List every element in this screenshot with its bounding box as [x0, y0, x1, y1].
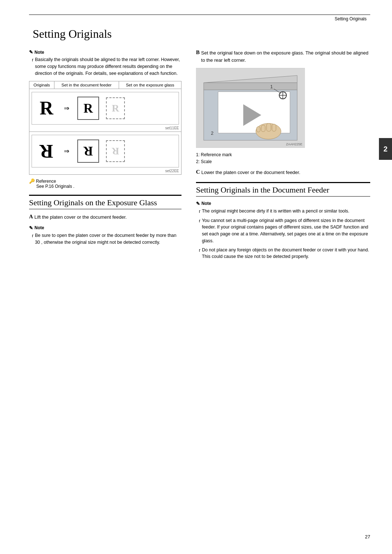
- page: Setting Originals Setting Originals ✎ No…: [0, 0, 392, 554]
- step-a-inline: A Lift the platen cover or the document …: [29, 214, 181, 221]
- note-icon-1: ✎: [29, 49, 33, 55]
- step-b-inline: B Set the original face down on the expo…: [196, 49, 370, 64]
- svg-rect-15: [257, 127, 260, 132]
- diagram-label-1: set11EE: [32, 126, 179, 130]
- svg-text:2: 2: [211, 130, 213, 136]
- reference-label-text: Reference: [36, 179, 56, 184]
- col-header-feeder: Set in the document feeder: [54, 81, 119, 89]
- step-b-text: Set the original face down on the exposu…: [201, 49, 370, 64]
- step-c-text: Lower the platen cover or the document f…: [201, 169, 300, 176]
- diagram-area-2: R ⇒ R: [32, 135, 179, 167]
- big-r-2: R: [40, 142, 53, 161]
- svg-marker-1: [204, 83, 297, 90]
- table-header-row: Originals Set in the document feeder Set…: [29, 81, 181, 89]
- chapter-number: 2: [383, 145, 387, 153]
- svg-rect-13: [272, 124, 276, 132]
- scanner-image-box: 1 2 ZAAH225E: [196, 68, 305, 148]
- step-a-letter: A: [29, 214, 33, 221]
- step-a-text: Lift the platen cover or the document fe…: [34, 214, 127, 221]
- chapter-tab: 2: [379, 138, 392, 160]
- dashed-box-1: R: [106, 97, 125, 119]
- note-icon-3: ✎: [196, 201, 200, 206]
- note-block-3: ✎ Note r The original might become dirty…: [196, 201, 370, 260]
- box-r-1: R: [77, 97, 99, 120]
- bullet-2: r: [32, 232, 33, 246]
- two-column-layout: ✎ Note r Basically the originals should …: [29, 49, 370, 264]
- arrow-2: ⇒: [64, 147, 69, 155]
- col-header-originals: Originals: [29, 81, 54, 89]
- left-column: ✎ Note r Basically the originals should …: [29, 49, 181, 264]
- caption-line-1: 1: Reference mark: [196, 151, 370, 158]
- section-heading-doc-feeder: Setting Originals in the Document Feeder: [196, 182, 370, 197]
- scanner-diagram-svg: 1 2: [196, 68, 305, 147]
- dashed-box-2: R: [106, 140, 125, 162]
- bullet-3c: r: [199, 247, 200, 260]
- reference-label: 🔑 Reference: [29, 178, 181, 184]
- top-rule: [29, 15, 370, 15]
- note-item-2: r Be sure to open the platen cover or th…: [32, 232, 181, 246]
- table-diagram-1: R ⇒ R: [29, 89, 181, 132]
- svg-rect-14: [261, 125, 265, 132]
- bullet-1: r: [32, 57, 33, 77]
- dashed-r-1: R: [112, 102, 119, 114]
- section-heading-exposure-glass: Setting Originals on the Exposure Glass: [29, 195, 181, 209]
- image-caption-1: 1: Reference mark 2: Scale: [196, 151, 370, 165]
- section-heading-text-doc-feeder: Setting Originals in the Document Feeder: [196, 185, 329, 194]
- diagram-label-2: set22EE: [32, 169, 179, 173]
- note-item-text-3c: Do not place any foreign objects on the …: [202, 247, 370, 260]
- note-item-3a: r The original might become dirty if it …: [199, 208, 370, 215]
- note-item-text-3a: The original might become dirty if it is…: [202, 208, 349, 215]
- note-label-text-2: Note: [34, 225, 44, 230]
- right-column: B Set the original face down on the expo…: [196, 49, 370, 264]
- note-item-text-1: Basically the originals should be aligne…: [35, 56, 181, 77]
- arrow-1: ⇒: [64, 104, 69, 112]
- note-label-text-3: Note: [201, 201, 211, 206]
- breadcrumb: Setting Originals: [29, 16, 370, 21]
- step-a-block: A Lift the platen cover or the document …: [29, 214, 181, 221]
- note-item-3b: r You cannot set a multi-page original w…: [199, 217, 370, 244]
- step-c-inline: C Lower the platen cover or the document…: [196, 169, 370, 176]
- step-b-letter: B: [196, 49, 200, 64]
- diagram-area-1: R ⇒ R: [32, 92, 179, 125]
- step-b-block: B Set the original face down on the expo…: [196, 49, 370, 64]
- big-r-1: R: [40, 99, 53, 118]
- bullet-3b: r: [199, 218, 200, 244]
- note-block-1: ✎ Note r Basically the originals should …: [29, 49, 181, 77]
- svg-rect-12: [267, 124, 271, 132]
- section-heading-text-exposure-glass: Setting Originals on the Exposure Glass: [29, 198, 157, 207]
- col-header-glass: Set on the exposure glass: [119, 81, 181, 89]
- note-item-text-2: Be sure to open the platen cover or the …: [35, 232, 181, 246]
- image-code: ZAAH225E: [286, 142, 302, 146]
- note-text-3: r The original might become dirty if it …: [196, 208, 370, 260]
- originals-table: Originals Set in the document feeder Set…: [29, 81, 181, 175]
- svg-text:1: 1: [270, 84, 273, 89]
- note-item-1: r Basically the originals should be alig…: [32, 56, 181, 77]
- reference-text: See P.16 Originals .: [29, 184, 181, 189]
- page-number: 27: [365, 534, 370, 539]
- caption-line-2: 2: Scale: [196, 158, 370, 165]
- note-text-2: r Be sure to open the platen cover or th…: [29, 232, 181, 246]
- note-item-3c: r Do not place any foreign objects on th…: [199, 247, 370, 260]
- box-r-letter-2: R: [83, 143, 93, 159]
- note-text-1: r Basically the originals should be alig…: [29, 56, 181, 77]
- table-row-2: R ⇒ R: [29, 132, 181, 175]
- note-label-1: ✎ Note: [29, 49, 181, 55]
- note-label-2: ✎ Note: [29, 225, 181, 231]
- box-r-2: R: [77, 139, 99, 163]
- table-row-1: R ⇒ R: [29, 89, 181, 132]
- step-c-block: C Lower the platen cover or the document…: [196, 169, 370, 176]
- note-label-3: ✎ Note: [196, 201, 370, 206]
- key-icon: 🔑: [29, 178, 35, 184]
- note-block-2: ✎ Note r Be sure to open the platen cove…: [29, 225, 181, 246]
- page-title: Setting Originals: [33, 27, 370, 41]
- bullet-3a: r: [199, 208, 200, 215]
- note-icon-2: ✎: [29, 225, 33, 231]
- reference-block: 🔑 Reference See P.16 Originals .: [29, 178, 181, 189]
- dashed-r-2: R: [112, 145, 119, 157]
- step-c-letter: C: [196, 169, 200, 176]
- table-diagram-2: R ⇒ R: [29, 132, 181, 175]
- box-r-letter-1: R: [83, 101, 93, 116]
- note-item-text-3b: You cannot set a multi-page original wit…: [202, 217, 370, 244]
- note-label-text-1: Note: [34, 50, 44, 55]
